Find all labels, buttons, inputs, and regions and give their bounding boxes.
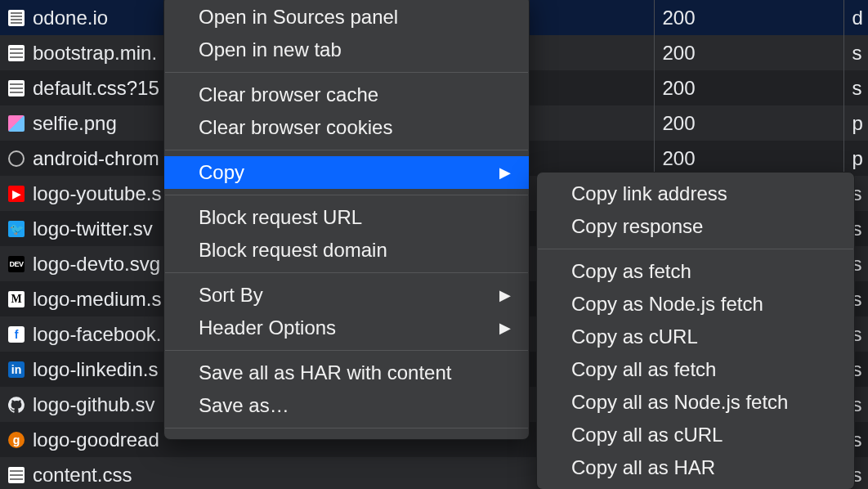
- menu-header-options[interactable]: Header Options ▶: [164, 312, 529, 344]
- devto-icon: DEV: [8, 256, 25, 272]
- menu-open-sources[interactable]: Open in Sources panel: [164, 1, 529, 34]
- status-cell: 200: [654, 141, 843, 176]
- submenu-copy-curl[interactable]: Copy as cURL: [537, 321, 854, 353]
- copy-submenu: Copy link address Copy response Copy as …: [536, 172, 855, 489]
- menu-save-as[interactable]: Save as…: [164, 389, 529, 422]
- menu-sort-by[interactable]: Sort By ▶: [164, 279, 529, 312]
- menu-separator: [165, 350, 528, 351]
- request-name: logo-github.sv: [33, 393, 154, 416]
- request-name: logo-devto.svg: [33, 253, 160, 276]
- goodreads-icon: g: [8, 432, 25, 448]
- menu-clear-cache[interactable]: Clear browser cache: [164, 79, 529, 111]
- menu-block-url[interactable]: Block request URL: [164, 201, 529, 234]
- linkedin-icon: in: [8, 361, 25, 378]
- type-cell: p: [843, 141, 868, 176]
- request-name: logo-twitter.sv: [33, 218, 153, 240]
- stylesheet-icon: [8, 467, 25, 483]
- request-name: logo-youtube.s: [33, 182, 161, 205]
- submenu-copy-all-fetch[interactable]: Copy all as fetch: [537, 353, 854, 386]
- menu-separator: [165, 195, 528, 195]
- type-cell: d: [843, 0, 868, 35]
- medium-icon: M: [8, 291, 25, 307]
- menu-block-domain[interactable]: Block request domain: [164, 234, 529, 267]
- chevron-right-icon: ▶: [499, 319, 511, 337]
- menu-separator: [165, 428, 528, 428]
- type-cell: p: [843, 105, 868, 141]
- request-name: selfie.png: [33, 112, 117, 135]
- menu-copy[interactable]: Copy ▶: [164, 156, 529, 189]
- submenu-copy-all-curl[interactable]: Copy all as cURL: [537, 419, 854, 451]
- status-cell: 200: [654, 35, 843, 70]
- request-name: logo-medium.s: [33, 288, 161, 311]
- facebook-icon: f: [8, 326, 25, 343]
- submenu-copy-response[interactable]: Copy response: [537, 210, 854, 243]
- submenu-copy-all-node[interactable]: Copy all as Node.js fetch: [537, 386, 854, 419]
- menu-separator: [165, 272, 528, 273]
- menu-clear-cookies[interactable]: Clear browser cookies: [164, 111, 529, 144]
- request-name: content.css: [33, 464, 132, 487]
- github-icon: [8, 397, 25, 413]
- menu-open-new-tab[interactable]: Open in new tab: [164, 34, 529, 66]
- context-menu: Open in Sources panel Open in new tab Cl…: [163, 0, 530, 440]
- type-cell: s: [843, 70, 868, 105]
- type-cell: s: [843, 35, 868, 70]
- menu-separator: [538, 249, 853, 249]
- chevron-right-icon: ▶: [499, 164, 511, 182]
- image-icon: [8, 115, 25, 132]
- stylesheet-icon: [8, 45, 25, 61]
- status-cell: 200: [654, 70, 843, 105]
- request-name: logo-goodread: [33, 428, 159, 451]
- favicon-icon: [8, 150, 25, 167]
- menu-save-har[interactable]: Save all as HAR with content: [164, 357, 529, 389]
- chevron-right-icon: ▶: [499, 286, 511, 304]
- stylesheet-icon: [8, 80, 25, 96]
- submenu-copy-link[interactable]: Copy link address: [537, 177, 854, 210]
- request-name: bootstrap.min.: [33, 42, 157, 65]
- menu-separator: [165, 72, 528, 73]
- submenu-copy-fetch[interactable]: Copy as fetch: [537, 255, 854, 288]
- menu-separator: [165, 150, 528, 150]
- request-name: default.css?15: [33, 77, 159, 100]
- submenu-copy-node-fetch[interactable]: Copy as Node.js fetch: [537, 288, 854, 321]
- status-cell: 200: [654, 105, 843, 141]
- youtube-icon: ▶: [8, 186, 25, 202]
- submenu-copy-all-har[interactable]: Copy all as HAR: [537, 451, 854, 484]
- request-name: logo-linkedin.s: [33, 358, 158, 381]
- request-name: logo-facebook.: [33, 323, 161, 346]
- status-cell: 200: [654, 0, 843, 35]
- request-name: odone.io: [33, 7, 108, 29]
- document-icon: [8, 10, 25, 26]
- twitter-icon: 🐦: [8, 221, 25, 237]
- request-name: android-chrom: [33, 147, 159, 170]
